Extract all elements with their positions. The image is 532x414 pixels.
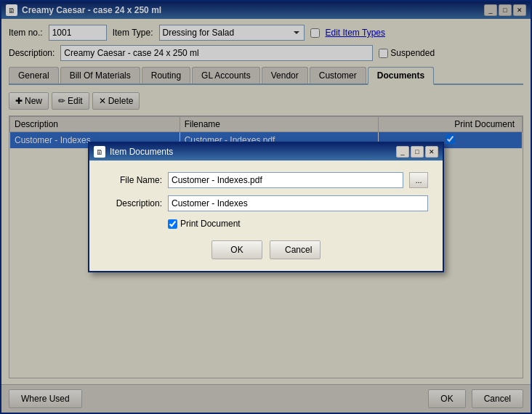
dialog-description-label: Description: (104, 198, 162, 208)
dialog-file-name-input[interactable] (168, 172, 403, 188)
dialog-print-label: Print Document (180, 219, 241, 229)
browse-button[interactable]: ... (409, 172, 428, 188)
dialog-title-bar: 🗎 Item Documents _ □ ✕ (89, 143, 443, 161)
dialog-ok-button[interactable]: OK (211, 240, 262, 259)
dialog-title-text: Item Documents (110, 147, 173, 157)
main-window: 🗎 Creamy Caesar - case 24 x 250 ml _ □ ✕… (0, 0, 532, 414)
dialog-content: File Name: ... Description: Print Docume… (89, 161, 443, 271)
dialog-print-row: Print Document (168, 219, 428, 229)
dialog-close-button[interactable]: ✕ (425, 146, 438, 158)
dialog-buttons: OK Cancel (104, 240, 428, 259)
dialog-cancel-button[interactable]: Cancel (270, 240, 321, 259)
dialog-file-name-row: File Name: ... (104, 172, 428, 188)
dialog-window-controls: _ □ ✕ (396, 146, 438, 158)
dialog-description-input[interactable] (168, 195, 428, 211)
item-documents-dialog: 🗎 Item Documents _ □ ✕ File Name: ... (88, 142, 444, 272)
modal-overlay: 🗎 Item Documents _ □ ✕ File Name: ... (1, 1, 531, 413)
dialog-print-checkbox[interactable] (168, 219, 177, 229)
dialog-file-name-label: File Name: (104, 175, 162, 185)
dialog-minimize-button[interactable]: _ (396, 146, 409, 158)
dialog-maximize-button[interactable]: □ (411, 146, 424, 158)
dialog-icon: 🗎 (94, 146, 105, 158)
dialog-title-left: 🗎 Item Documents (94, 146, 173, 158)
dialog-description-row: Description: (104, 195, 428, 211)
